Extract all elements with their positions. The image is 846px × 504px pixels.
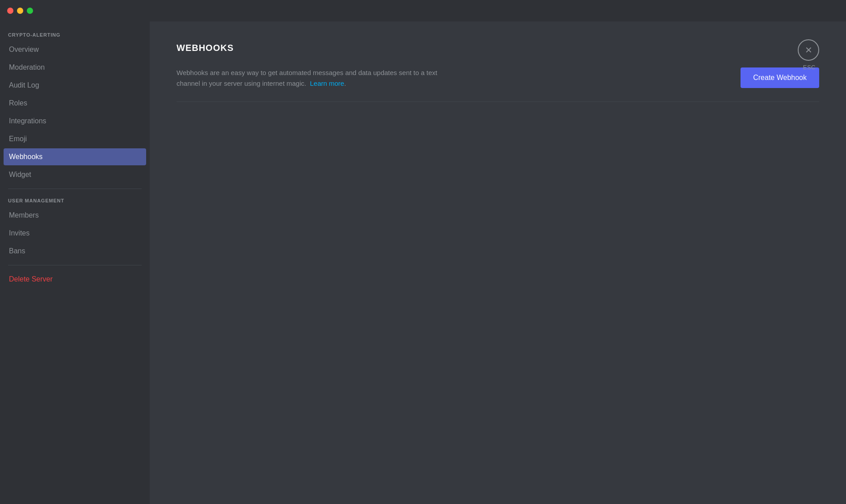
sidebar-item-invites[interactable]: Invites bbox=[4, 225, 146, 242]
description-text: Webhooks are an easy way to get automate… bbox=[177, 67, 463, 89]
esc-label: ESC bbox=[803, 64, 816, 71]
sidebar-item-label-widget: Widget bbox=[9, 171, 31, 179]
sidebar-item-members[interactable]: Members bbox=[4, 207, 146, 224]
sidebar: CRYPTO-ALERTING Overview Moderation Audi… bbox=[0, 21, 150, 504]
sidebar-item-label-overview: Overview bbox=[9, 46, 39, 54]
sidebar-item-bans[interactable]: Bans bbox=[4, 243, 146, 260]
sidebar-item-moderation[interactable]: Moderation bbox=[4, 59, 146, 76]
app-container: CRYPTO-ALERTING Overview Moderation Audi… bbox=[0, 21, 846, 504]
sidebar-item-webhooks[interactable]: Webhooks bbox=[4, 148, 146, 165]
page-title: WEBHOOKS bbox=[177, 43, 819, 53]
description-row: Webhooks are an easy way to get automate… bbox=[177, 67, 819, 89]
sidebar-item-emoji[interactable]: Emoji bbox=[4, 130, 146, 147]
sidebar-item-overview[interactable]: Overview bbox=[4, 41, 146, 58]
sidebar-item-label-emoji: Emoji bbox=[9, 135, 27, 143]
sidebar-item-label-bans: Bans bbox=[9, 247, 25, 255]
sidebar-item-label-webhooks: Webhooks bbox=[9, 153, 42, 161]
minimize-traffic-light[interactable] bbox=[17, 8, 23, 14]
titlebar bbox=[0, 0, 846, 21]
sidebar-section-label-user-management: USER MANAGEMENT bbox=[4, 194, 146, 205]
sidebar-item-label-integrations: Integrations bbox=[9, 117, 46, 125]
sidebar-item-widget[interactable]: Widget bbox=[4, 166, 146, 183]
main-content: WEBHOOKS Webhooks are an easy way to get… bbox=[150, 21, 846, 504]
content-divider bbox=[177, 101, 819, 102]
close-button[interactable]: ✕ bbox=[798, 39, 819, 61]
sidebar-divider-1 bbox=[8, 189, 142, 189]
sidebar-item-delete-server[interactable]: Delete Server bbox=[4, 271, 146, 288]
sidebar-divider-2 bbox=[8, 265, 142, 265]
sidebar-item-label-roles: Roles bbox=[9, 99, 27, 107]
close-icon: ✕ bbox=[805, 45, 812, 55]
sidebar-section-label-crypto: CRYPTO-ALERTING bbox=[4, 29, 146, 39]
sidebar-item-label-invites: Invites bbox=[9, 229, 29, 237]
sidebar-item-label-moderation: Moderation bbox=[9, 63, 45, 71]
maximize-traffic-light[interactable] bbox=[27, 8, 33, 14]
sidebar-item-roles[interactable]: Roles bbox=[4, 95, 146, 112]
sidebar-item-label-members: Members bbox=[9, 211, 39, 219]
description-text-main: Webhooks are an easy way to get automate… bbox=[177, 69, 437, 87]
sidebar-item-label-audit-log: Audit Log bbox=[9, 81, 39, 89]
sidebar-item-audit-log[interactable]: Audit Log bbox=[4, 77, 146, 94]
sidebar-item-label-delete-server: Delete Server bbox=[9, 275, 53, 283]
sidebar-item-integrations[interactable]: Integrations bbox=[4, 113, 146, 130]
learn-more-link[interactable]: Learn more bbox=[310, 80, 345, 87]
close-traffic-light[interactable] bbox=[7, 8, 13, 14]
